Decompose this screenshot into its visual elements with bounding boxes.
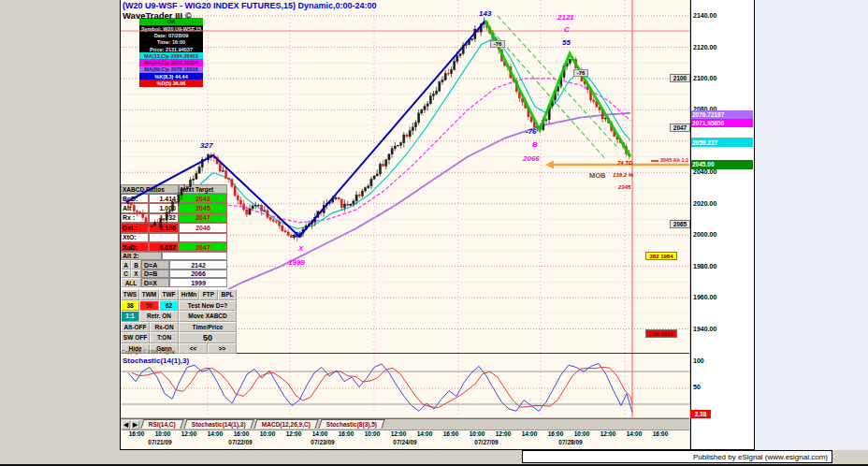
ratio-label: XaD: [121, 242, 149, 252]
d-value-cell: 2142 [169, 260, 227, 269]
tab-label: RSI(14,C) [149, 421, 176, 428]
controls-row-1: 385062Test New D=? [121, 300, 237, 312]
info-field-3: Price: 2131.94037 [139, 46, 203, 52]
d-value-cell: 2066 [169, 269, 227, 279]
time-tick-label: 12:00 [281, 430, 307, 437]
date-label: 07/27/09 [466, 439, 507, 445]
point-cell[interactable]: X [131, 269, 141, 279]
target-value [179, 233, 227, 242]
control-button-t-on[interactable]: T:ON [150, 332, 179, 343]
right-panel [755, 0, 868, 450]
xabcd-row-4: XtO: [121, 233, 227, 242]
price-level-box: 2065 [670, 220, 690, 228]
control-button-retr-on[interactable]: Retr. ON [139, 311, 179, 322]
target-value: 2045 [179, 203, 227, 212]
target-value: 2047 [179, 213, 227, 223]
esignal-chart-window: (W20 U9-WSF - WIG20 INDEX FUTURES,15) Dy… [0, 0, 868, 466]
alt2-value [162, 252, 227, 260]
control-button-twm[interactable]: TWM [139, 289, 159, 300]
study-value-1: MA(54,C)e 2075.32304 [139, 59, 203, 66]
price-tick-label: 2100.00 [693, 75, 716, 81]
control-button-1-1[interactable]: 1:1 [121, 311, 139, 322]
point-cell[interactable]: B [131, 260, 141, 269]
control-button-62[interactable]: 62 [159, 300, 179, 312]
tab-rsi-14-c-[interactable]: RSI(14,C) [140, 419, 183, 429]
price-tick-label: 2040.00 [693, 168, 716, 175]
tab-stochastic-14-1-3-[interactable]: Stochastic(14(1),3) [183, 419, 253, 429]
wave-label-327: 327 [200, 141, 212, 150]
control-button-rx-on[interactable]: Rx-ON [150, 322, 179, 333]
price-tick-label: 2140.00 [693, 12, 716, 19]
stoch-last-value-tag: 2.38 [690, 410, 711, 418]
wave-label-2121: 2121 [557, 13, 574, 22]
ratio-label: Rx : [121, 213, 149, 223]
indicator-tabs: RSI(14,C)Stochastic(14(1),3)MACD(12,26,9… [142, 419, 383, 429]
d-row-1: CXD=B2066 [121, 269, 227, 279]
control-button-hrmn[interactable]: HrMn [179, 289, 199, 300]
bar-count-box: -76 [490, 40, 505, 48]
control-button-alt-off[interactable]: Alt-OFF [121, 322, 150, 333]
d-row-0: ABD=A2142 [121, 260, 227, 269]
time-tick-label: 14:00 [412, 430, 438, 437]
wave-label--76: -76 [526, 127, 537, 136]
controls-row-0: TWSTWMTWFHrMnFTPBPL [121, 289, 237, 300]
tab-stochastic-8-3-5-[interactable]: Stochastic(8(3),5) [318, 419, 384, 429]
window-border-left [120, 0, 121, 450]
control-button-tws[interactable]: TWS [121, 289, 139, 300]
control-button--[interactable]: << [179, 343, 208, 355]
price-axis-column[interactable] [690, 0, 755, 449]
control-button-move-xabcd[interactable]: Move XABCD [179, 311, 237, 322]
window-border-bottom [120, 449, 755, 450]
control-button-50[interactable]: 50 [179, 332, 237, 343]
wave-label-55: 55 [562, 38, 571, 47]
info-field-0: Symbol: W20 U9-WSF,15 [139, 25, 203, 32]
control-button-test-new-d-[interactable]: Test New D=? [179, 300, 237, 312]
controls-row-3: Alt-OFFRx-ONTime/Price [121, 322, 237, 333]
control-button--[interactable]: >> [208, 343, 237, 355]
tab-scroll-right-button[interactable]: ▶ [131, 420, 139, 430]
wave-label-1999: 1999 [288, 258, 305, 267]
point-cell[interactable]: ALL [121, 278, 141, 287]
time-tick-label: 10:00 [254, 430, 281, 437]
left-gutter [0, 0, 120, 450]
time-tick-label: 10:00 [359, 430, 385, 437]
study-value-2: MA(89,C)e 2078.18026 [139, 66, 203, 73]
fib-target-text: 138.2 % [613, 172, 633, 178]
ratio-label: XtO: [121, 233, 149, 242]
point-cell[interactable]: C [121, 269, 131, 279]
time-tick-label: 10:00 [464, 430, 490, 437]
window-border-right [754, 0, 755, 450]
control-button-twf[interactable]: TWF [159, 289, 179, 300]
point-cell[interactable]: A [121, 260, 131, 269]
tab-scroll-left-button[interactable]: ◀ [122, 420, 130, 430]
publisher-text: Published by eSignal (www.esignal.com) [693, 453, 828, 461]
retracement-tag: 200 1934 [645, 329, 677, 338]
wavetrader-info-box: OKSymbol: W20 U9-WSF,15Date: 07/28/09Tim… [139, 18, 203, 87]
alt2-label: Alt 2: [121, 252, 162, 260]
alt2-row: Alt 2: [121, 252, 227, 260]
tab-macd-12-26-9-c-[interactable]: MACD(12,26,9,C) [253, 419, 318, 429]
xabcd-row-3: DxL:1.1362046 [121, 223, 227, 232]
ratio-label: DxL: [121, 223, 149, 232]
info-field-1: Date: 07/28/09 [139, 32, 203, 38]
control-button-50[interactable]: 50 [139, 300, 159, 312]
ratio-label: Alt : [121, 203, 149, 212]
control-button-ftp[interactable]: FTP [199, 289, 218, 300]
ratio-value: 1.732 [149, 213, 179, 223]
control-button-sw-off[interactable]: SW OFF [121, 332, 150, 343]
control-button-38[interactable]: 38 [121, 300, 139, 312]
price-tick-label: 1980.00 [693, 263, 716, 269]
d-equals-cell: D=B [141, 269, 169, 279]
time-tick-label: 12:00 [490, 430, 516, 437]
wave-label-b: B [532, 140, 538, 149]
control-button-bpl[interactable]: BPL [218, 289, 237, 300]
tab-label: Stochastic(8(3),5) [326, 421, 377, 428]
time-tick-label: 16:00 [438, 430, 464, 437]
control-button-time-price[interactable]: Time/Price [179, 322, 237, 333]
mob-label: MOB [589, 171, 606, 180]
tab-label: Stochastic(14(1),3) [192, 421, 246, 428]
time-tick-label: 12:00 [176, 430, 202, 437]
date-label: 07/24/09 [384, 439, 426, 445]
xabcd-row-0: BcD:1.4142043 [121, 194, 227, 203]
copyright-text: Copyright © 2006 eSignal [122, 349, 175, 355]
